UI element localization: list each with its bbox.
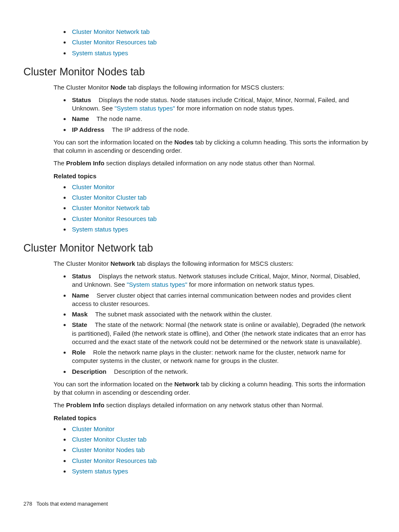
sort-paragraph: You can sort the information located on … <box>54 380 371 397</box>
intro-paragraph: The Cluster Monitor Network tab displays… <box>54 260 371 268</box>
list-item: Cluster Monitor Network tab <box>70 204 371 212</box>
problem-info-paragraph: The Problem Info section displays detail… <box>54 159 371 167</box>
section-network-content: The Cluster Monitor Network tab displays… <box>54 260 371 475</box>
text: The <box>54 159 66 167</box>
list-item: Cluster Monitor Nodes tab <box>70 446 371 454</box>
text: section displays detailed information on… <box>105 159 315 167</box>
term-status: Status <box>72 272 99 280</box>
text: tab displays the following information f… <box>126 84 284 91</box>
link-cluster-monitor-cluster-tab[interactable]: Cluster Monitor Cluster tab <box>72 436 146 443</box>
list-item: StatusDisplays the node status. Node sta… <box>70 96 371 113</box>
list-item: System status types <box>70 49 371 57</box>
description-text: The node name. <box>97 115 142 122</box>
top-related-links: Cluster Monitor Network tab Cluster Moni… <box>54 28 371 57</box>
list-item: RoleRole the network name plays in the c… <box>70 348 371 365</box>
text: You can sort the information located on … <box>54 380 174 388</box>
link-cluster-monitor-network-tab[interactable]: Cluster Monitor Network tab <box>72 28 150 35</box>
link-system-status-types[interactable]: "System status types" <box>115 105 175 112</box>
list-item: Cluster Monitor Cluster tab <box>70 435 371 444</box>
problem-info-paragraph: The Problem Info section displays detail… <box>54 401 371 409</box>
list-item: NameThe node name. <box>70 115 371 123</box>
list-item: Cluster Monitor Cluster tab <box>70 193 371 202</box>
description-text: Role the network name plays in the clust… <box>72 349 345 364</box>
list-item: Cluster Monitor Resources tab <box>70 215 371 223</box>
list-item: DescriptionDescription of the network. <box>70 368 371 376</box>
link-cluster-monitor-resources-tab[interactable]: Cluster Monitor Resources tab <box>72 215 157 222</box>
bold-term: Network <box>174 380 199 388</box>
list-item: StatusDisplays the network status. Netwo… <box>70 272 371 289</box>
link-cluster-monitor-resources-tab[interactable]: Cluster Monitor Resources tab <box>72 39 157 46</box>
link-system-status-types[interactable]: System status types <box>72 49 128 57</box>
bold-term: Nodes <box>174 139 194 146</box>
bold-term: Problem Info <box>66 401 105 409</box>
term-ip-address: IP Address <box>72 126 112 133</box>
link-system-status-types[interactable]: System status types <box>72 226 128 233</box>
bold-term: Node <box>110 84 126 91</box>
description-text: The IP address of the node. <box>112 126 189 133</box>
text: You can sort the information located on … <box>54 139 174 146</box>
text: section displays detailed information on… <box>105 401 324 409</box>
link-cluster-monitor-network-tab[interactable]: Cluster Monitor Network tab <box>72 204 150 211</box>
page-footer: 278 Tools that extend management <box>23 501 376 508</box>
heading-nodes-tab: Cluster Monitor Nodes tab <box>23 65 376 79</box>
page-number: 278 <box>23 501 32 507</box>
heading-network-tab: Cluster Monitor Network tab <box>23 241 376 255</box>
term-role: Role <box>72 349 93 356</box>
term-status: Status <box>72 96 99 103</box>
sort-paragraph: You can sort the information located on … <box>54 138 371 155</box>
term-description: Description <box>72 368 114 375</box>
definition-list: StatusDisplays the node status. Node sta… <box>54 96 371 134</box>
related-link-list: Cluster Monitor Cluster Monitor Cluster … <box>54 425 371 475</box>
list-item: NameServer cluster object that carries i… <box>70 291 371 308</box>
description-text: for more information on network status t… <box>187 281 315 288</box>
section-nodes-content: The Cluster Monitor Node tab displays th… <box>54 83 371 234</box>
link-cluster-monitor-resources-tab[interactable]: Cluster Monitor Resources tab <box>72 457 157 464</box>
list-item: Cluster Monitor <box>70 425 371 433</box>
text: The <box>54 401 66 409</box>
list-item: Cluster Monitor Network tab <box>70 28 371 36</box>
description-text: Server cluster object that carries inter… <box>72 292 351 307</box>
list-item: IP AddressThe IP address of the node. <box>70 126 371 134</box>
description-text: The state of the network: Normal (the ne… <box>72 321 366 345</box>
list-item: Cluster Monitor <box>70 183 371 191</box>
list-item: StateThe state of the network: Normal (t… <box>70 321 371 346</box>
bold-term: Network <box>110 260 135 267</box>
list-item: System status types <box>70 467 371 475</box>
text: The Cluster Monitor <box>54 84 110 91</box>
intro-paragraph: The Cluster Monitor Node tab displays th… <box>54 83 371 92</box>
term-mask: Mask <box>72 311 95 318</box>
description-text: for more information on node status type… <box>175 105 294 112</box>
bold-term: Problem Info <box>66 159 105 167</box>
related-topics-heading: Related topics <box>54 172 371 180</box>
link-system-status-types[interactable]: System status types <box>72 468 128 475</box>
description-text: Description of the network. <box>114 368 189 375</box>
related-link-list: Cluster Monitor Cluster Monitor Cluster … <box>54 183 371 234</box>
list-item: Cluster Monitor Resources tab <box>70 38 371 46</box>
term-state: State <box>72 321 95 328</box>
list-item: System status types <box>70 225 371 234</box>
term-name: Name <box>72 115 97 122</box>
text: tab displays the following information f… <box>135 260 294 267</box>
list-item: MaskThe subnet mask associated with the … <box>70 310 371 319</box>
link-cluster-monitor-cluster-tab[interactable]: Cluster Monitor Cluster tab <box>72 194 146 201</box>
chapter-title: Tools that extend management <box>36 501 108 507</box>
link-cluster-monitor-nodes-tab[interactable]: Cluster Monitor Nodes tab <box>72 446 145 453</box>
term-name: Name <box>72 292 97 299</box>
link-cluster-monitor[interactable]: Cluster Monitor <box>72 425 115 432</box>
text: The Cluster Monitor <box>54 260 110 267</box>
link-cluster-monitor[interactable]: Cluster Monitor <box>72 183 115 190</box>
list-item: Cluster Monitor Resources tab <box>70 457 371 465</box>
link-list: Cluster Monitor Network tab Cluster Moni… <box>54 28 371 57</box>
definition-list: StatusDisplays the network status. Netwo… <box>54 272 371 376</box>
related-topics-heading: Related topics <box>54 414 371 422</box>
description-text: The subnet mask associated with the netw… <box>95 311 272 318</box>
link-system-status-types[interactable]: "System status types" <box>127 281 187 288</box>
